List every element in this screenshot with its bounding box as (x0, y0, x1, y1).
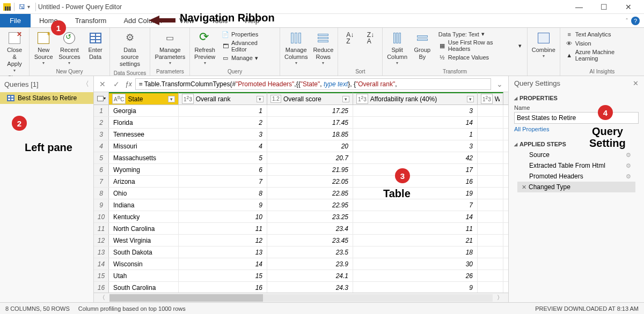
properties-section-header[interactable]: PROPERTIES (514, 93, 639, 103)
cell-afford[interactable]: 3 (353, 105, 478, 116)
cell-wellness[interactable] (478, 105, 503, 116)
table-row[interactable]: 8 Ohio 8 22.85 19 (94, 188, 508, 199)
cell-afford[interactable]: 14 (353, 117, 478, 128)
cell-afford[interactable]: 42 (353, 152, 478, 163)
cell-wellness[interactable] (478, 258, 503, 270)
sort-asc-button[interactable]: A↓Z (340, 29, 360, 48)
cell-afford[interactable]: 9 (353, 282, 478, 293)
formula-input[interactable]: = Table.TransformColumnTypes(#"Promoted … (135, 78, 491, 90)
column-header-wellness[interactable]: 123Wellness (478, 92, 503, 104)
cell-wellness[interactable] (478, 246, 503, 258)
cell-state[interactable]: South Dakota (109, 246, 179, 258)
cell-score[interactable]: 24.3 (267, 282, 353, 293)
combine-button[interactable]: Combine▾ (530, 29, 558, 61)
new-source-button[interactable]: New Source▾ (32, 29, 55, 68)
cell-rank[interactable]: 11 (179, 223, 267, 234)
cell-state[interactable]: Tennessee (109, 129, 179, 140)
data-type-button[interactable]: Data Type: Text ▾ (437, 30, 523, 38)
table-row[interactable]: 16 South Carolina 16 24.3 9 (94, 282, 508, 293)
cell-rank[interactable]: 16 (179, 282, 267, 293)
table-row[interactable]: 6 Wyoming 6 21.95 17 (94, 164, 508, 176)
properties-button[interactable]: 📄Properties (221, 30, 275, 39)
cell-wellness[interactable] (478, 152, 503, 163)
cell-rank[interactable]: 2 (179, 117, 267, 128)
cell-rank[interactable]: 3 (179, 129, 267, 140)
table-row[interactable]: 7 Arizona 7 22.05 16 (94, 176, 508, 188)
cell-state[interactable]: Wisconsin (109, 258, 179, 270)
first-row-headers-button[interactable]: ▦Use First Row as Headers ▾ (437, 39, 523, 53)
advanced-editor-button[interactable]: 🗔Advanced Editor (221, 39, 275, 53)
cell-score[interactable]: 23.4 (267, 223, 353, 234)
group-by-button[interactable]: Group By (411, 29, 434, 62)
table-row[interactable]: 5 Massachusetts 5 20.7 42 (94, 152, 508, 164)
table-options-icon[interactable]: ▾ (94, 92, 109, 104)
cell-score[interactable]: 23.5 (267, 246, 353, 258)
cell-state[interactable]: South Carolina (109, 282, 179, 293)
cell-rank[interactable]: 5 (179, 152, 267, 163)
manage-button[interactable]: ▭Manage ▾ (221, 54, 275, 62)
file-tab[interactable]: File (0, 14, 31, 27)
table-row[interactable]: 15 Utah 15 24.1 26 (94, 270, 508, 282)
cell-wellness[interactable] (478, 270, 503, 281)
data-source-settings-button[interactable]: ⚙Data source settings (112, 29, 148, 70)
cell-wellness[interactable] (478, 117, 503, 128)
cell-state[interactable]: Massachusetts (109, 152, 179, 163)
cell-wellness[interactable] (478, 129, 503, 140)
cell-afford[interactable]: 17 (353, 164, 478, 175)
formula-expand-icon[interactable]: ⌄ (494, 80, 505, 88)
cell-afford[interactable]: 30 (353, 258, 478, 270)
text-analytics-button[interactable]: ≡Text Analytics (565, 30, 640, 39)
refresh-preview-button[interactable]: Refresh Preview▾ (192, 29, 217, 68)
cell-afford[interactable]: 18 (353, 246, 478, 258)
cell-rank[interactable]: 4 (179, 140, 267, 152)
column-header-afford[interactable]: 123Affordability rank (40%)▾ (353, 92, 478, 104)
cell-state[interactable]: Missouri (109, 140, 179, 152)
close-settings-icon[interactable]: ✕ (633, 79, 639, 87)
cell-rank[interactable]: 1 (179, 105, 267, 116)
cell-state[interactable]: North Carolina (109, 223, 179, 234)
azure-ml-button[interactable]: ▲Azure Machine Learning (565, 48, 640, 62)
collapse-queries-icon[interactable]: 〈 (82, 79, 89, 89)
table-row[interactable]: 2 Florida 2 17.45 14 (94, 117, 508, 129)
cell-score[interactable]: 20.7 (267, 152, 353, 163)
minimize-button[interactable]: — (571, 3, 587, 11)
cell-state[interactable]: Wyoming (109, 164, 179, 175)
column-header-state[interactable]: ABCState▾ (109, 92, 179, 104)
scroll-left-icon[interactable]: 〈 (99, 294, 105, 302)
vision-button[interactable]: 👁Vision (565, 39, 640, 48)
cell-score[interactable]: 24.1 (267, 270, 353, 281)
cell-rank[interactable]: 8 (179, 188, 267, 199)
manage-parameters-button[interactable]: ▭Manage Parameters▾ (152, 29, 187, 68)
cell-afford[interactable]: 14 (353, 211, 478, 222)
cell-wellness[interactable] (478, 223, 503, 234)
table-row[interactable]: 9 Indiana 9 22.95 7 (94, 199, 508, 211)
manage-columns-button[interactable]: Manage Columns▾ (282, 29, 310, 68)
cell-rank[interactable]: 6 (179, 164, 267, 175)
cell-rank[interactable]: 10 (179, 211, 267, 222)
column-header-rank[interactable]: 123Overall rank▾ (179, 92, 267, 104)
formula-cancel-icon[interactable]: ✕ (97, 80, 108, 88)
cell-score[interactable]: 22.85 (267, 188, 353, 199)
cell-wellness[interactable] (478, 176, 503, 187)
cell-score[interactable]: 17.25 (267, 105, 353, 116)
cell-rank[interactable]: 15 (179, 270, 267, 281)
save-icon[interactable]: 🖫 (19, 3, 25, 11)
table-row[interactable]: 4 Missouri 4 20 3 (94, 140, 508, 152)
transform-tab[interactable]: Transform (67, 14, 115, 27)
cell-rank[interactable]: 9 (179, 199, 267, 211)
cell-score[interactable]: 18.85 (267, 129, 353, 140)
cell-state[interactable]: Utah (109, 270, 179, 281)
query-name-input[interactable] (514, 112, 639, 124)
fx-icon[interactable]: ƒx (125, 80, 132, 88)
cell-rank[interactable]: 7 (179, 176, 267, 187)
cell-wellness[interactable] (478, 235, 503, 246)
cell-score[interactable]: 20 (267, 140, 353, 152)
table-row[interactable]: 3 Tennessee 3 18.85 1 (94, 129, 508, 140)
query-item[interactable]: Best States to Retire (0, 92, 93, 104)
cell-wellness[interactable] (478, 140, 503, 152)
collapse-ribbon-icon[interactable]: ˆ (626, 18, 628, 24)
table-row[interactable]: 12 West Virginia 12 23.45 21 (94, 235, 508, 246)
cell-afford[interactable]: 11 (353, 223, 478, 234)
sort-desc-button[interactable]: Z↓A (361, 29, 380, 48)
cell-rank[interactable]: 12 (179, 235, 267, 246)
